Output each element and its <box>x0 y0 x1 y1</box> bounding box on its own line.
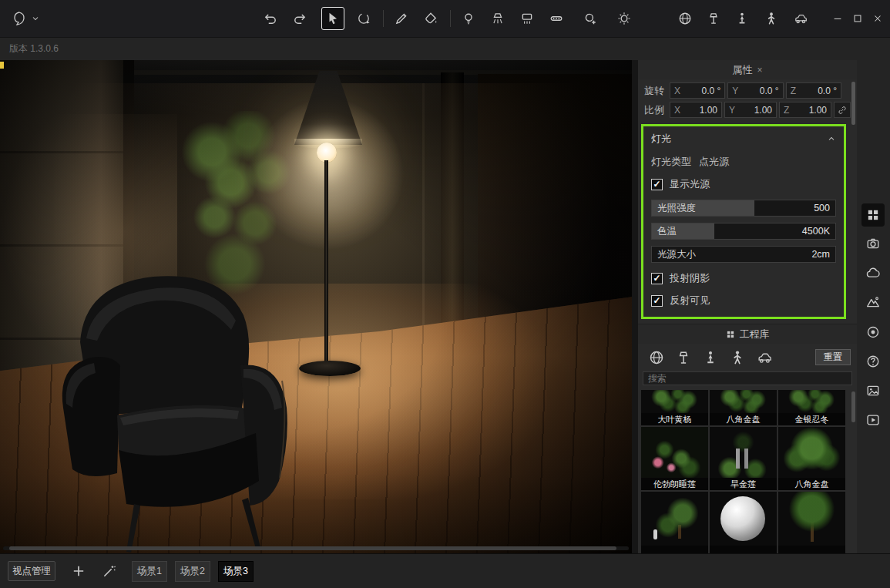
magic-wand-icon[interactable] <box>102 563 117 579</box>
select-tool-button[interactable] <box>321 7 344 30</box>
light-type-value[interactable]: 点光源 <box>699 155 729 169</box>
scene-armchair <box>48 250 313 553</box>
add-light-button[interactable] <box>580 8 600 29</box>
strip-light-button[interactable] <box>546 8 566 29</box>
light-section-header[interactable]: 灯光 <box>651 129 836 148</box>
weather-button[interactable] <box>861 261 885 284</box>
cast-shadow-checkbox[interactable] <box>651 273 663 284</box>
undo-button[interactable] <box>260 8 280 29</box>
maximize-button[interactable] <box>848 8 868 29</box>
library-header[interactable]: 工程库 <box>638 324 857 344</box>
show-source-checkbox[interactable] <box>651 179 663 190</box>
rotation-z-field[interactable]: Z0.0 ° <box>786 82 841 99</box>
vehicle-library-button[interactable] <box>791 8 811 29</box>
material-library-button[interactable] <box>675 8 695 29</box>
scale-x-field[interactable]: X1.00 <box>670 102 722 118</box>
vehicle-icon[interactable] <box>757 350 772 365</box>
temperature-label: 色温 <box>657 223 677 240</box>
scale-y-field[interactable]: Y1.00 <box>724 102 777 118</box>
rotation-y-field[interactable]: Y0.0 ° <box>727 82 783 99</box>
statue-library-button[interactable] <box>732 8 752 29</box>
version-label: 版本 1.3.0.6 <box>0 37 890 60</box>
temperature-slider[interactable]: 色温 4500K <box>651 223 836 240</box>
library-item[interactable]: 八角金盘 <box>710 390 777 425</box>
library-item[interactable] <box>710 492 777 553</box>
library-item[interactable]: 大叶黄杨 <box>641 390 708 425</box>
viewport-3d-scene[interactable] <box>0 60 632 553</box>
plant-thumbnail <box>778 390 845 413</box>
paint-bucket-button[interactable] <box>421 8 441 29</box>
tab-scene-3[interactable]: 场景3 <box>218 561 254 582</box>
character-icon[interactable] <box>730 350 745 365</box>
source-size-value: 2cm <box>811 247 830 263</box>
viewpoint-manage-button[interactable]: 视点管理 <box>8 561 55 581</box>
library-item[interactable]: 旱金莲 <box>710 427 777 490</box>
close-button[interactable] <box>868 8 888 29</box>
character-library-button[interactable] <box>761 8 781 29</box>
properties-close-icon[interactable]: × <box>757 65 762 76</box>
light-section-highlighted: 灯光 灯光类型 点光源 显示光源 光照强度 500 色温 4500K 光源大小 … <box>641 124 846 319</box>
redo-button[interactable] <box>290 8 310 29</box>
terrain-button[interactable] <box>861 291 885 314</box>
reflect-visible-checkbox[interactable] <box>651 295 663 307</box>
library-search-input[interactable] <box>643 371 852 385</box>
plant-thumbnail <box>710 427 777 478</box>
intensity-label: 光照强度 <box>657 200 696 217</box>
minimize-button[interactable] <box>828 8 848 29</box>
reset-button[interactable]: 重置 <box>815 349 851 365</box>
viewport-scrollbar-thumb[interactable] <box>9 546 616 550</box>
temperature-value: 4500K <box>802 223 830 240</box>
camera-button[interactable] <box>861 232 885 255</box>
render-button[interactable] <box>861 321 885 344</box>
area-light-button[interactable] <box>517 8 537 29</box>
library-item[interactable]: 伦勃朗睡莲 <box>641 427 708 490</box>
chevron-up-icon[interactable] <box>827 134 836 143</box>
material-sphere-icon[interactable] <box>649 350 664 365</box>
point-light-button[interactable] <box>458 8 479 29</box>
library-item[interactable] <box>778 492 845 553</box>
cast-shadow-row: 投射阴影 <box>651 271 836 285</box>
spot-light-button[interactable] <box>488 8 508 29</box>
gallery-button[interactable] <box>861 379 885 402</box>
lamp-library-button[interactable] <box>704 8 724 29</box>
library-item[interactable] <box>641 492 708 553</box>
orbit-tool-button[interactable] <box>354 8 374 29</box>
viewport-corner-marker <box>0 62 4 69</box>
source-size-field[interactable]: 光源大小 2cm <box>651 246 836 263</box>
scale-label: 比例 <box>644 103 667 117</box>
chevron-down-icon[interactable] <box>29 8 42 29</box>
rotation-row: 旋转 X0.0 ° Y0.0 ° Z0.0 ° <box>644 82 841 99</box>
tab-scene-2[interactable]: 场景2 <box>175 561 210 582</box>
scale-z-field[interactable]: Z1.00 <box>779 102 831 118</box>
plant-thumbnail <box>710 390 777 413</box>
tab-scene-1[interactable]: 场景1 <box>132 561 167 582</box>
right-toolbar <box>857 60 890 553</box>
floor-lamp-icon[interactable] <box>676 350 691 365</box>
video-button[interactable] <box>861 408 885 432</box>
paint-brush-button[interactable] <box>391 8 411 29</box>
scale-row: 比例 X1.00 Y1.00 Z1.00 <box>644 102 851 118</box>
library-scrollbar-thumb[interactable] <box>851 391 855 422</box>
tree-thumbnail <box>641 492 708 546</box>
viewport-scrollbar[interactable] <box>3 546 629 550</box>
show-source-label: 显示光源 <box>670 177 710 191</box>
reflect-visible-label: 反射可见 <box>670 294 710 307</box>
library-grid: 大叶黄杨 八角金盘 金银忍冬 伦勃朗睡莲 旱金莲 八角金盘 <box>638 388 857 553</box>
help-button[interactable] <box>861 350 885 373</box>
intensity-slider[interactable]: 光照强度 500 <box>651 200 836 217</box>
cast-shadow-label: 投射阴影 <box>670 271 710 285</box>
library-item[interactable]: 八角金盘 <box>778 427 845 490</box>
sun-light-button[interactable] <box>614 8 634 29</box>
add-scene-button[interactable] <box>71 563 86 579</box>
library-title: 工程库 <box>740 328 770 341</box>
app-logo-icon[interactable] <box>9 8 29 29</box>
panel-scrollbar-thumb[interactable] <box>851 82 855 125</box>
rotation-x-field[interactable]: X0.0 ° <box>670 82 725 99</box>
intensity-value: 500 <box>814 200 830 217</box>
library-panel-button[interactable] <box>861 203 885 227</box>
rotation-label: 旋转 <box>644 84 667 98</box>
scale-link-toggle[interactable] <box>834 102 851 118</box>
library-item[interactable]: 金银忍冬 <box>778 390 845 425</box>
statue-icon[interactable] <box>703 350 718 365</box>
material-sphere-thumbnail <box>710 492 777 546</box>
